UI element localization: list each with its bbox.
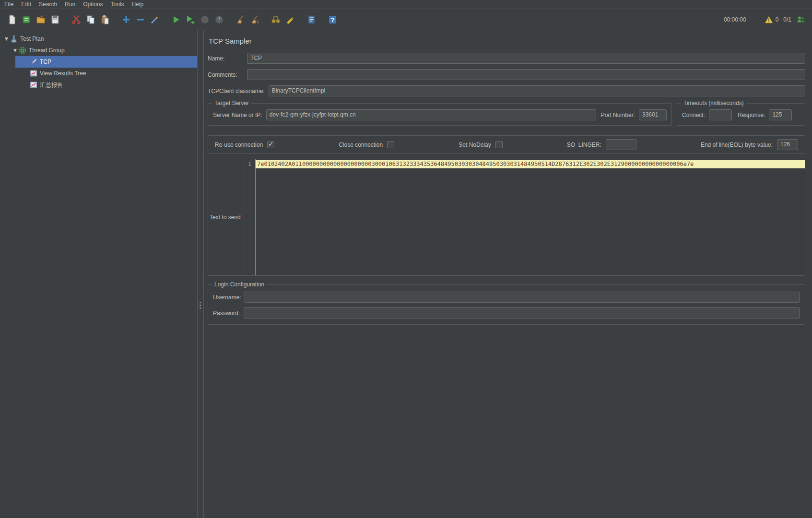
- comments-input[interactable]: [247, 69, 805, 80]
- connect-timeout-input[interactable]: [709, 109, 732, 120]
- templates-icon: [21, 14, 32, 25]
- start-no-pauses-button[interactable]: [183, 12, 198, 27]
- editor-current-line[interactable]: 7e0102402A011000000000000000000003000106…: [256, 160, 805, 168]
- test-plan-tree: ▼ Test Plan ▼ Thread Group TCP View Resu…: [0, 30, 198, 518]
- tree-leaf[interactable]: 汇总报告: [15, 79, 197, 91]
- timeouts-group-title: Timeouts (milliseconds): [681, 100, 746, 106]
- shutdown-button[interactable]: [212, 12, 226, 27]
- clear-button[interactable]: [233, 12, 247, 27]
- menu-options[interactable]: Options: [81, 0, 105, 8]
- templates-button[interactable]: [19, 12, 34, 27]
- log-warnings-indicator[interactable]: 0: [765, 15, 779, 24]
- port-label: Port Number:: [601, 112, 635, 118]
- line-number: 1: [248, 161, 251, 167]
- function-helper-icon: [306, 14, 317, 25]
- search-button[interactable]: [269, 12, 283, 27]
- classname-input[interactable]: BinaryTCPClientImpl: [269, 85, 805, 96]
- tree-item-label: Test Plan: [20, 35, 44, 42]
- toolbar-status: 00:00:00 0 0/1: [724, 15, 807, 24]
- cut-button[interactable]: [69, 12, 83, 27]
- connection-options-box: Re-use connection Close connection Set N…: [208, 135, 805, 154]
- toggle-button[interactable]: [148, 12, 162, 27]
- tree-item-view-results-tree[interactable]: View Results Tree: [0, 68, 197, 79]
- tree-item-tcp[interactable]: TCP: [0, 56, 197, 68]
- cut-scissors-icon: [71, 14, 82, 25]
- menu-bar: File Edit Search Run Options Tools Help: [0, 0, 812, 9]
- reuse-connection-option: Re-use connection: [215, 141, 274, 148]
- classname-label: TCPClient classname:: [208, 88, 265, 94]
- set-nodelay-option: Set NoDelay: [459, 141, 502, 148]
- text-to-send-label: Text to send: [208, 159, 244, 275]
- target-server-group-title: Target Server: [212, 100, 251, 106]
- splitter-grip-icon: [200, 302, 201, 309]
- selected-tree-item[interactable]: TCP: [15, 56, 197, 68]
- menu-tools[interactable]: Tools: [108, 0, 127, 8]
- paste-icon: [100, 14, 110, 25]
- server-label: Server Name or IP:: [213, 112, 262, 118]
- tree-item-test-plan[interactable]: ▼ Test Plan: [0, 33, 197, 45]
- search-binoculars-icon: [271, 14, 281, 25]
- warning-triangle-icon: [765, 15, 773, 24]
- copy-button[interactable]: [83, 12, 98, 27]
- menu-edit[interactable]: Edit: [19, 0, 34, 8]
- stop-button[interactable]: [198, 12, 212, 27]
- tree-item-label: 汇总报告: [40, 81, 63, 89]
- menu-file[interactable]: File: [2, 0, 16, 8]
- set-nodelay-label: Set NoDelay: [459, 141, 491, 148]
- svg-text:?: ?: [331, 16, 335, 24]
- shutdown-icon: [214, 14, 224, 25]
- close-connection-option: Close connection: [339, 141, 394, 148]
- login-configuration-title: Login Configuration: [212, 281, 267, 288]
- reuse-connection-checkbox[interactable]: [267, 141, 274, 148]
- open-button[interactable]: [34, 12, 48, 27]
- panel-splitter[interactable]: [198, 30, 204, 518]
- help-button[interactable]: ?: [325, 12, 340, 27]
- menu-run[interactable]: Run: [62, 0, 78, 8]
- plus-icon: [121, 14, 131, 25]
- tree-item-label: Thread Group: [29, 47, 65, 54]
- new-file-button[interactable]: [5, 12, 19, 27]
- text-to-send-editor[interactable]: 7e0102402A011000000000000000000003000106…: [256, 159, 805, 275]
- warning-count: 0: [776, 16, 779, 23]
- collapse-arrow-icon[interactable]: ▼: [3, 36, 10, 41]
- tree-item-thread-group[interactable]: ▼ Thread Group: [0, 45, 197, 56]
- connect-timeout-label: Connect:: [682, 112, 705, 118]
- port-input[interactable]: 33601: [639, 109, 667, 120]
- remove-button[interactable]: [133, 12, 148, 27]
- test-plan-icon: [10, 35, 18, 43]
- listener-chart-icon: [30, 81, 37, 89]
- thread-group-icon: [19, 47, 26, 54]
- tree-item-label: TCP: [40, 59, 51, 65]
- tree-item-label: View Results Tree: [40, 70, 86, 77]
- username-label: Username:: [213, 294, 244, 301]
- server-input[interactable]: dev-fc2-qm-yfzx-jcyfpt-iotpt.qm.cn: [266, 109, 596, 120]
- close-connection-checkbox[interactable]: [387, 141, 394, 148]
- collapse-arrow-icon[interactable]: ▼: [12, 48, 19, 53]
- name-input[interactable]: TCP: [247, 53, 805, 64]
- so-linger-input[interactable]: [606, 139, 636, 150]
- line-number-gutter: 1: [244, 159, 256, 275]
- paste-button[interactable]: [98, 12, 112, 27]
- sampler-config-panel: TCP Sampler Name: TCP Comments: TCPClien…: [204, 30, 812, 518]
- start-button[interactable]: [169, 12, 183, 27]
- tree-leaf[interactable]: View Results Tree: [15, 68, 197, 79]
- start-no-pauses-icon: [185, 14, 196, 25]
- tree-item-summary-report[interactable]: 汇总报告: [0, 79, 197, 91]
- menu-search[interactable]: Search: [36, 0, 59, 8]
- save-icon: [50, 14, 60, 25]
- set-nodelay-checkbox[interactable]: [495, 141, 503, 148]
- add-button[interactable]: [119, 12, 133, 27]
- help-icon: ?: [327, 14, 338, 25]
- menu-help[interactable]: Help: [129, 0, 146, 8]
- eol-input[interactable]: 126: [777, 139, 798, 150]
- search-reset-button[interactable]: [283, 12, 297, 27]
- save-button[interactable]: [48, 12, 62, 27]
- name-label: Name:: [208, 55, 247, 62]
- eol-label: End of line(EOL) byte value:: [701, 141, 773, 148]
- response-timeout-input[interactable]: 125: [769, 109, 792, 120]
- function-helper-button[interactable]: [304, 12, 318, 27]
- username-input[interactable]: [244, 292, 800, 303]
- password-input[interactable]: [244, 307, 800, 318]
- clear-all-button[interactable]: [247, 12, 262, 27]
- target-server-group: Target Server Server Name or IP: dev-fc2…: [208, 103, 672, 126]
